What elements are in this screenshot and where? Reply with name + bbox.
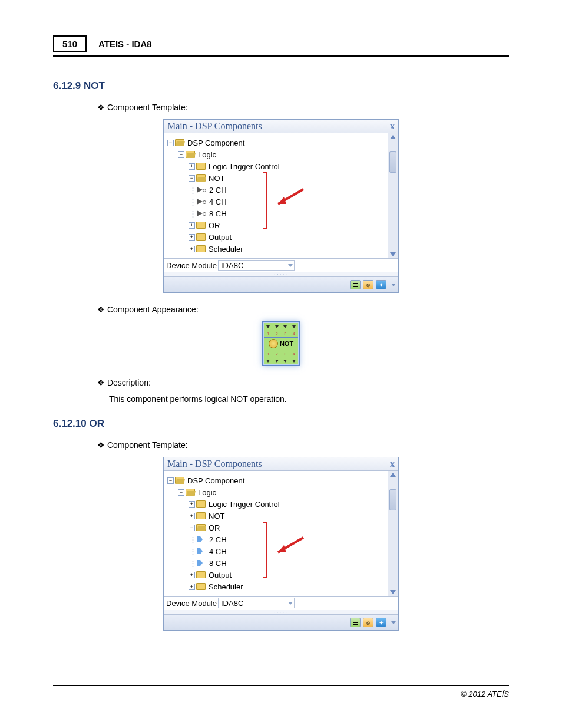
scrollbar[interactable] (388, 471, 398, 596)
status-icon-list[interactable]: ☰ (350, 280, 361, 289)
collapse-icon[interactable]: − (189, 525, 195, 531)
tree-logic[interactable]: −Logic (167, 149, 385, 160)
pins-top-numbers: 1 2 3 4 (264, 330, 298, 337)
tree-label: 8 CH (209, 559, 227, 568)
scroll-thumb[interactable] (389, 489, 396, 510)
chevron-down-icon (288, 264, 293, 267)
tree-label: OR (209, 523, 220, 532)
tree-ltc[interactable]: +Logic Trigger Control (167, 160, 385, 172)
tree-area: −DSP Component −Logic +Logic Trigger Con… (164, 133, 388, 258)
not-component-block: 1 2 3 4 NOT 1 2 3 4 (262, 321, 300, 366)
bullet-component-template-2: Component Template: (97, 440, 509, 450)
scrollbar[interactable] (388, 133, 398, 258)
close-icon[interactable]: x (390, 459, 395, 469)
expand-icon[interactable]: + (189, 501, 195, 508)
pin-num: 4 (293, 352, 295, 356)
status-icon-gear[interactable]: ✦ (376, 280, 386, 289)
tree-or-8ch[interactable]: ⋮8 CH (167, 557, 385, 569)
chevron-down-icon[interactable] (391, 621, 396, 624)
tree-label: 8 CH (209, 209, 227, 218)
tree-label: 4 CH (209, 197, 227, 206)
folder-icon (196, 500, 206, 508)
folder-icon (175, 139, 184, 146)
not-core-label: NOT (280, 340, 293, 347)
tree-not[interactable]: +NOT (167, 510, 385, 522)
tree-body: −DSP Component −Logic +Logic Trigger Con… (164, 471, 398, 597)
pin-num: 3 (284, 352, 286, 356)
close-icon[interactable]: x (390, 121, 395, 131)
expand-icon[interactable]: + (189, 234, 195, 241)
tree-ltc[interactable]: +Logic Trigger Control (167, 498, 385, 510)
not-gate-icon (197, 199, 206, 205)
expand-icon[interactable]: + (189, 246, 195, 252)
page-footer: © 2012 ATEÏS (53, 685, 509, 699)
tree-root[interactable]: −DSP Component (167, 137, 385, 149)
folder-icon (186, 489, 195, 496)
tree-label: 2 CH (209, 535, 227, 544)
expand-icon[interactable]: + (189, 222, 195, 229)
tree-label: 2 CH (209, 186, 227, 195)
highlight-bracket (263, 172, 267, 229)
page-header: 510 ATEIS - IDA8 (53, 35, 509, 57)
collapse-icon[interactable]: − (167, 477, 174, 484)
pins-bottom-arrows (264, 357, 298, 364)
tree-logic[interactable]: −Logic (167, 486, 385, 498)
tree-scheduler[interactable]: +Scheduler (167, 243, 385, 255)
not-gate-icon (197, 187, 206, 193)
expand-icon[interactable]: + (189, 163, 195, 170)
expand-icon[interactable]: + (189, 513, 195, 519)
status-icon-slider[interactable]: ⎋ (363, 280, 373, 289)
device-module-combo[interactable]: IDA8C (218, 260, 295, 271)
tree-panel-not: Main - DSP Components x −DSP Component −… (163, 119, 399, 293)
tree-output[interactable]: +Output (167, 231, 385, 243)
scroll-up-icon[interactable] (390, 135, 396, 139)
panel-title: Main - DSP Components (167, 121, 262, 131)
highlight-bracket (263, 522, 267, 578)
section-heading-not: 6.12.9 NOT (53, 80, 509, 92)
tree-or[interactable]: +OR (167, 219, 385, 231)
scroll-up-icon[interactable] (390, 473, 396, 477)
panel-statusbar: ☰ ⎋ ✦ (164, 277, 398, 292)
scroll-thumb[interactable] (389, 151, 396, 173)
tree-label: Scheduler (209, 582, 243, 591)
collapse-icon[interactable]: − (167, 140, 174, 146)
pins-bottom-numbers: 1 2 3 4 (264, 350, 298, 357)
pin-num: 1 (267, 352, 269, 356)
tree-output[interactable]: +Output (167, 569, 385, 581)
status-icon-list[interactable]: ☰ (350, 618, 361, 627)
tree-not-group[interactable]: −NOT (167, 172, 385, 184)
panel-resize-grip[interactable] (164, 610, 398, 615)
tree-label: NOT (209, 512, 224, 521)
tree-panel-or-wrap: Main - DSP Components x −DSP Component −… (53, 457, 509, 631)
tree-label: Logic (198, 150, 216, 159)
scroll-down-icon[interactable] (390, 252, 396, 256)
collapse-icon[interactable]: − (178, 151, 184, 158)
section-heading-or: 6.12.10 OR (53, 418, 509, 430)
status-icon-slider[interactable]: ⎋ (363, 618, 373, 627)
folder-icon (196, 512, 206, 519)
bullet-component-appearance: Component Appearance: (97, 305, 509, 314)
bullet-description: Description: (97, 378, 509, 387)
expand-icon[interactable]: + (189, 584, 195, 590)
status-icon-gear[interactable]: ✦ (376, 618, 386, 627)
page-number: 510 (53, 35, 87, 52)
device-module-combo[interactable]: IDA8C (218, 598, 295, 608)
panel-title: Main - DSP Components (167, 459, 262, 469)
panel-titlebar: Main - DSP Components x (164, 120, 398, 133)
tree-root[interactable]: −DSP Component (167, 475, 385, 486)
pin-num: 2 (276, 352, 278, 356)
tree-or-group[interactable]: −OR (167, 522, 385, 533)
collapse-icon[interactable]: − (178, 489, 184, 496)
tree-scheduler[interactable]: +Scheduler (167, 581, 385, 592)
folder-icon (186, 151, 195, 158)
collapse-icon[interactable]: − (189, 175, 195, 182)
panel-resize-grip[interactable] (164, 272, 398, 277)
scroll-down-icon[interactable] (390, 590, 396, 594)
chevron-down-icon[interactable] (391, 284, 396, 286)
device-module-label: Device Module (166, 261, 217, 270)
tree-label: Output (209, 571, 232, 579)
folder-icon (196, 524, 206, 531)
pin-num: 3 (284, 332, 286, 336)
tree-label: Logic Trigger Control (209, 162, 280, 171)
expand-icon[interactable]: + (189, 572, 195, 578)
